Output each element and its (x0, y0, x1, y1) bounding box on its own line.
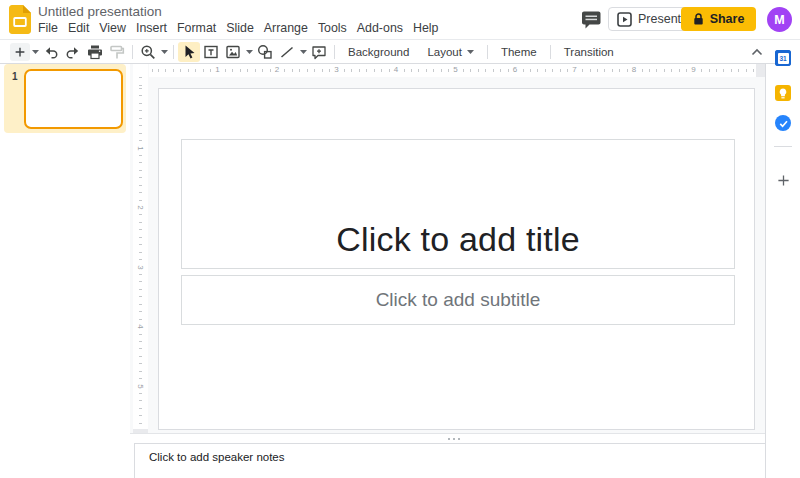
zoom-icon (140, 44, 156, 60)
slide-editor[interactable]: Click to add title Click to add subtitle (158, 88, 755, 430)
google-slides-app: Untitled presentation FileEditViewInsert… (0, 0, 800, 478)
insert-comment-icon (311, 44, 327, 60)
menu-item-tools[interactable]: Tools (313, 21, 352, 36)
caret-down-icon (300, 50, 307, 55)
ruler-number: 3 (135, 262, 146, 273)
slide-number: 1 (12, 71, 18, 82)
ruler-number: 5 (135, 381, 146, 392)
vertical-ruler-cap (133, 429, 148, 433)
title-placeholder-box[interactable]: Click to add title (181, 139, 735, 269)
new-slide-caret[interactable] (30, 42, 40, 62)
document-title[interactable]: Untitled presentation (38, 4, 162, 19)
present-label: Present (638, 12, 681, 26)
print-button[interactable] (84, 42, 106, 62)
slide-thumbnail[interactable] (24, 69, 123, 129)
handle-dot (448, 438, 450, 440)
ruler-number: 5 (451, 63, 459, 77)
menu-item-arrange[interactable]: Arrange (259, 21, 313, 36)
notes-resize-handle[interactable] (446, 436, 462, 442)
comment-icon (582, 11, 601, 29)
insert-shape-button[interactable] (254, 42, 276, 62)
menu-item-format[interactable]: Format (172, 21, 221, 36)
slide-thumbnail-row[interactable]: 1 (4, 64, 126, 133)
menu-item-insert[interactable]: Insert (131, 21, 172, 36)
slides-logo-icon[interactable] (9, 5, 31, 34)
ruler-number: 4 (392, 63, 400, 77)
side-panel-divider (774, 146, 792, 147)
lock-icon (693, 13, 704, 26)
tasks-icon[interactable] (775, 115, 791, 131)
toolbar: Background Layout Theme Transition (0, 41, 775, 64)
present-button-main[interactable]: Present (609, 8, 689, 30)
ruler-number: 4 (135, 321, 146, 332)
undo-icon (43, 44, 59, 60)
insert-comment-button[interactable] (308, 42, 330, 62)
print-icon (87, 44, 103, 60)
zoom-button[interactable] (137, 42, 159, 62)
account-avatar[interactable]: M (767, 7, 792, 32)
menu-bar: FileEditViewInsertFormatSlideArrangeTool… (33, 21, 443, 36)
zoom-caret[interactable] (159, 42, 169, 62)
present-icon (617, 12, 632, 27)
new-slide-icon (13, 45, 27, 59)
menu-item-addons[interactable]: Add-ons (352, 21, 408, 36)
layout-label: Layout (427, 42, 462, 62)
collapse-toolbar-button[interactable] (751, 41, 763, 63)
insert-image-caret[interactable] (244, 42, 254, 62)
text-box-button[interactable] (200, 42, 222, 62)
redo-icon (65, 44, 81, 60)
speaker-notes-area[interactable]: Click to add speaker notes (134, 443, 765, 478)
text-box-icon (203, 44, 219, 60)
toolbar-divider (173, 45, 174, 59)
get-add-ons-button[interactable] (774, 171, 792, 189)
image-icon (225, 44, 241, 60)
insert-line-button[interactable] (276, 42, 298, 62)
vertical-ruler-ticks (139, 77, 142, 430)
open-comments-button[interactable] (582, 11, 602, 29)
caret-down-icon (32, 50, 39, 55)
line-icon (279, 44, 295, 60)
ruler-number: 9 (689, 63, 697, 77)
paint-format-button[interactable] (106, 42, 128, 62)
background-button[interactable]: Background (339, 42, 418, 62)
insert-image-button[interactable] (222, 42, 244, 62)
select-tool-button[interactable] (178, 42, 200, 62)
keep-icon[interactable] (775, 85, 791, 101)
caret-down-icon (246, 50, 253, 55)
filmstrip: 1 (0, 63, 130, 478)
subtitle-placeholder-box[interactable]: Click to add subtitle (181, 275, 735, 325)
redo-button[interactable] (62, 42, 84, 62)
ruler-number: 2 (135, 202, 146, 213)
calendar-icon[interactable]: 31 (775, 50, 791, 66)
toolbar-divider (487, 45, 488, 59)
paint-format-icon (109, 44, 125, 60)
menu-item-slide[interactable]: Slide (221, 21, 259, 36)
new-slide-button[interactable] (10, 43, 30, 61)
chevron-up-icon (751, 48, 763, 56)
avatar-initial: M (774, 13, 784, 27)
check-glyph (778, 118, 789, 129)
menu-item-help[interactable]: Help (408, 21, 443, 36)
speaker-notes-placeholder: Click to add speaker notes (149, 451, 285, 463)
toolbar-divider (550, 45, 551, 59)
handle-dot (453, 438, 455, 440)
title-placeholder-text: Click to add title (182, 220, 734, 259)
bulb-glyph (778, 88, 788, 99)
transition-button[interactable]: Transition (555, 42, 623, 62)
insert-line-caret[interactable] (298, 42, 308, 62)
plus-icon (777, 174, 790, 187)
shape-icon (257, 44, 273, 60)
menu-item-edit[interactable]: Edit (63, 21, 94, 36)
caret-down-icon (467, 50, 474, 55)
ruler-number: 3 (332, 63, 340, 77)
ruler-number: 6 (511, 63, 519, 77)
share-button[interactable]: Share (681, 7, 756, 31)
menu-item-file[interactable]: File (33, 21, 63, 36)
side-panel: 31 (765, 41, 800, 478)
layout-button[interactable]: Layout (418, 42, 483, 62)
menu-item-view[interactable]: View (94, 21, 131, 36)
calendar-icon-label: 31 (778, 53, 789, 64)
theme-button[interactable]: Theme (492, 42, 546, 62)
subtitle-placeholder-text: Click to add subtitle (376, 289, 541, 311)
undo-button[interactable] (40, 42, 62, 62)
